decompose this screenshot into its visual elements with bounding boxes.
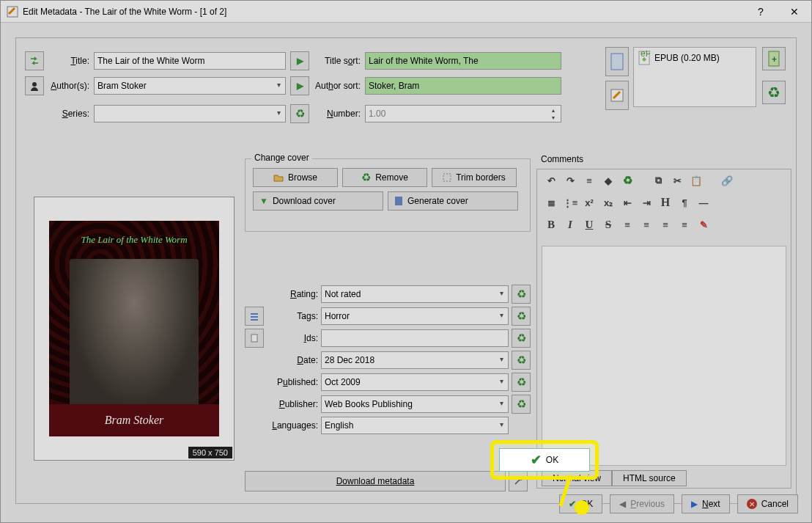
trim-borders-button[interactable]: Trim borders — [432, 168, 517, 187]
title-sort-label: Title sort: — [314, 56, 361, 66]
publisher-input[interactable]: Web Books Publishing — [321, 395, 509, 413]
comments-toolbar-2: ≣ ⋮≡ x² x₂ ⇤ ⇥ H ¶ — — [537, 191, 791, 213]
cut-icon[interactable]: ✂ — [671, 174, 684, 187]
tags-clear-button[interactable]: ♻ — [512, 307, 531, 326]
browse-cover-button[interactable]: Browse — [253, 168, 338, 187]
generate-cover-button[interactable]: Generate cover — [388, 191, 518, 211]
outdent-icon[interactable]: ⇤ — [621, 196, 634, 209]
ordered-list-icon[interactable]: ≣ — [545, 196, 558, 209]
cover-thumb-button[interactable] — [605, 47, 629, 76]
swap-title-author-button[interactable] — [25, 51, 44, 70]
edit-metadata-window: Edit Metadata - The Lair of the White Wo… — [0, 0, 812, 523]
series-input[interactable] — [94, 105, 286, 122]
bold-icon[interactable]: B — [545, 218, 558, 231]
cover-dimensions: 590 x 750 — [188, 447, 232, 458]
svg-rect-11 — [251, 316, 258, 318]
ok-button-callout[interactable]: ✔ OK — [499, 448, 590, 472]
ids-clear-button[interactable]: ♻ — [512, 329, 531, 348]
number-input[interactable]: 1.00 ▲▼ — [365, 105, 561, 122]
date-input[interactable]: 28 Dec 2018 — [321, 351, 509, 369]
download-metadata-config-button[interactable] — [509, 471, 528, 491]
align-right-icon[interactable]: ≡ — [659, 218, 672, 231]
author-sort-input[interactable]: Stoker, Bram — [365, 77, 561, 95]
title-row: Title: The Lair of the White Worm ▶ Titl… — [25, 51, 561, 70]
title-input[interactable]: The Lair of the White Worm — [94, 52, 286, 70]
color-icon[interactable]: ✎ — [697, 218, 710, 231]
underline-icon[interactable]: U — [583, 218, 596, 231]
download-cover-button[interactable]: ▼ Download cover — [253, 191, 383, 211]
italic-icon[interactable]: I — [564, 218, 577, 231]
unordered-list-icon[interactable]: ⋮≡ — [564, 196, 577, 209]
justify-icon[interactable]: ≡ — [678, 218, 691, 231]
format-label: EPUB (0.20 MB) — [654, 53, 720, 63]
formats-list[interactable]: ePUB EPUB (0.20 MB) — [633, 47, 756, 107]
rating-input[interactable]: Not rated — [321, 285, 509, 303]
published-clear-button[interactable]: ♻ — [512, 373, 531, 392]
date-clear-button[interactable]: ♻ — [512, 351, 531, 370]
strike-icon[interactable]: S — [602, 218, 615, 231]
align-center-icon[interactable]: ≡ — [640, 218, 653, 231]
authors-input[interactable]: Bram Stoker — [94, 77, 286, 95]
copy-icon[interactable]: ⧉ — [652, 174, 665, 187]
html-source-tab[interactable]: HTML source — [612, 470, 687, 486]
title-sort-input[interactable]: Lair of the White Worm, The — [365, 52, 561, 70]
clear-icon[interactable]: ♻ — [621, 174, 634, 187]
hr-icon[interactable]: — — [697, 196, 710, 209]
author-row: Author(s): Bram Stoker ▶ Author sort: St… — [25, 76, 561, 95]
series-row: Series: ♻ Number: 1.00 ▲▼ — [25, 104, 561, 123]
manage-authors-button[interactable] — [25, 76, 44, 95]
heading-icon[interactable]: H — [659, 196, 672, 209]
cover-author-text: Bram Stoker — [49, 404, 219, 436]
svg-point-1 — [32, 82, 37, 87]
tags-editor-button[interactable] — [245, 307, 264, 326]
app-icon — [7, 6, 18, 18]
published-input[interactable]: Oct 2009 — [321, 373, 509, 391]
comments-textarea[interactable] — [542, 246, 786, 466]
help-button[interactable]: ? — [744, 1, 778, 23]
recycle-icon: ♻ — [361, 171, 371, 184]
comments-legend: Comments — [539, 154, 585, 164]
languages-input[interactable]: English — [321, 417, 509, 434]
normal-view-tab[interactable]: Normal view — [542, 470, 612, 486]
add-format-button[interactable]: + — [762, 47, 786, 70]
svg-rect-13 — [251, 334, 257, 342]
previous-button[interactable]: ◀ Previous — [610, 494, 674, 513]
remove-format-button[interactable]: ♻ — [762, 81, 786, 104]
align-left-icon[interactable]: ≡ — [621, 218, 634, 231]
series-label: Series: — [48, 109, 89, 119]
set-cover-button[interactable] — [605, 81, 629, 110]
svg-rect-10 — [251, 313, 258, 315]
rating-clear-button[interactable]: ♻ — [512, 285, 531, 304]
remove-cover-button[interactable]: ♻ Remove — [342, 168, 427, 187]
link-icon[interactable]: 🔗 — [720, 174, 734, 187]
epub-icon: ePUB — [638, 51, 650, 65]
subscript-icon[interactable]: x₂ — [602, 196, 615, 209]
paragraph-icon[interactable]: ¶ — [678, 196, 691, 209]
footer-buttons: ✔ OK ◀ Previous ▶ Next ✕ Cancel — [559, 494, 798, 513]
download-metadata-button[interactable]: Download metadata — [245, 471, 506, 491]
next-button[interactable]: ▶ Next — [682, 494, 730, 513]
cancel-button[interactable]: ✕ Cancel — [737, 494, 798, 513]
publisher-clear-button[interactable]: ♻ — [512, 395, 531, 414]
paste-icon[interactable]: 📋 — [690, 174, 703, 187]
author-sort-auto-button[interactable]: ▶ — [290, 76, 309, 95]
ids-paste-button[interactable] — [245, 329, 264, 348]
close-button[interactable]: ✕ — [778, 1, 811, 23]
erase-icon[interactable]: ◆ — [602, 174, 615, 187]
redo-icon[interactable]: ↷ — [564, 174, 577, 187]
number-spinner[interactable]: ▲▼ — [547, 107, 559, 122]
book-icon — [394, 196, 403, 206]
cover-preview[interactable]: The Lair of the White Worm Bram Stoker 5… — [34, 197, 235, 461]
align-icon[interactable]: ≡ — [583, 174, 596, 187]
ids-input[interactable] — [321, 329, 509, 347]
superscript-icon[interactable]: x² — [583, 196, 596, 209]
comments-toolbar-3: B I U S ≡ ≡ ≡ ≡ ✎ — [537, 213, 791, 235]
svg-rect-12 — [251, 319, 258, 321]
indent-icon[interactable]: ⇥ — [640, 196, 653, 209]
trim-icon — [443, 173, 451, 182]
undo-icon[interactable]: ↶ — [545, 174, 558, 187]
title-sort-auto-button[interactable]: ▶ — [290, 51, 309, 70]
format-item[interactable]: ePUB EPUB (0.20 MB) — [638, 51, 751, 65]
series-clear-button[interactable]: ♻ — [290, 104, 309, 123]
tags-input[interactable]: Horror — [321, 307, 509, 325]
